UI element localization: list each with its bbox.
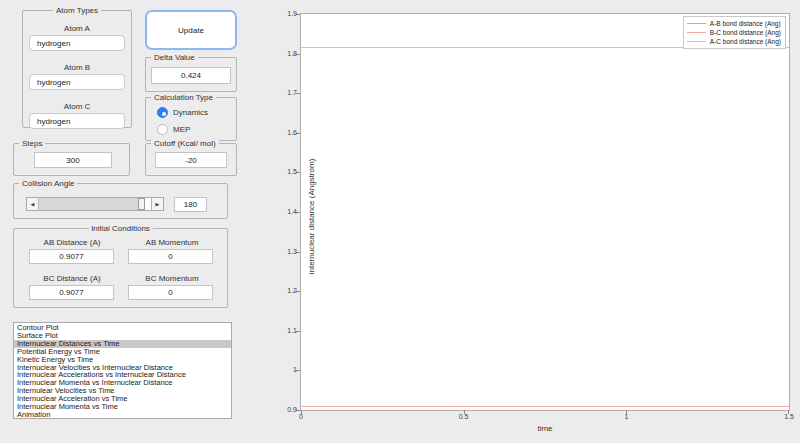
steps-panel: Steps 300: [13, 143, 130, 176]
series-line-2: [301, 406, 789, 407]
bc-distance-label: BC Distance (A): [22, 274, 122, 283]
atom-b-label: Atom B: [29, 63, 125, 72]
delta-value-title: Delta Value: [151, 53, 198, 62]
collision-angle-field[interactable]: 180: [174, 197, 207, 212]
ab-distance-field[interactable]: 0.9077: [29, 249, 114, 264]
y-tick-label: 1.9: [267, 10, 297, 17]
ab-momentum-label: AB Momentum: [122, 238, 222, 247]
ab-distance-label: AB Distance (A): [22, 238, 122, 247]
x-tick-label: 0.5: [449, 413, 479, 420]
collision-angle-slider[interactable]: ◀ ▶: [26, 197, 164, 211]
dynamics-radio-label: Dynamics: [173, 108, 208, 117]
calculation-type-title: Calculation Type: [151, 93, 216, 102]
dropdown-stepper-icon: ▴▾: [110, 116, 122, 126]
initial-conditions-title: Initial Conditions: [88, 224, 153, 233]
y-tick-label: 1.7: [267, 89, 297, 96]
y-tick-label: 1.8: [267, 50, 297, 57]
plot-axes[interactable]: internuclear distance (Angstrom) time A-…: [300, 13, 790, 411]
atom-a-dropdown[interactable]: hydrogen ▴▾: [29, 35, 125, 51]
steps-field[interactable]: 300: [34, 152, 112, 168]
plot-type-listbox[interactable]: Contour PlotSurface PlotInternuclear Dis…: [13, 322, 232, 419]
delta-value-panel: Delta Value 0.424: [145, 57, 237, 92]
legend-line-swatch: [687, 23, 706, 24]
bc-momentum-label: BC Momentum: [122, 274, 222, 283]
atom-a-label: Atom A: [29, 24, 125, 33]
cutoff-field[interactable]: -20: [155, 152, 227, 168]
pes-app-window: Atom Types Atom A hydrogen ▴▾ Atom B hyd…: [0, 0, 800, 443]
plot-legend[interactable]: A-B bond distance (Ang)B-C bond distance…: [683, 16, 786, 49]
initial-conditions-panel: Initial Conditions AB Distance (A) AB Mo…: [13, 228, 228, 308]
ab-momentum-field[interactable]: 0: [128, 249, 213, 264]
atom-a-value: hydrogen: [37, 39, 70, 48]
y-tick-label: 1.3: [267, 248, 297, 255]
cutoff-panel: Cutoff (Kcal/ mol) -20: [145, 143, 237, 176]
y-tick-label: 1.6: [267, 129, 297, 136]
y-tick-label: 1.5: [267, 168, 297, 175]
y-tick-label: 0.9: [267, 406, 297, 413]
atom-types-panel: Atom Types Atom A hydrogen ▴▾ Atom B hyd…: [22, 10, 132, 128]
atom-b-dropdown[interactable]: hydrogen ▴▾: [29, 74, 125, 90]
dropdown-stepper-icon: ▴▾: [110, 38, 122, 48]
mep-radio[interactable]: MEP: [157, 124, 190, 135]
mep-radio-label: MEP: [173, 125, 190, 134]
legend-entry: A-C bond distance (Ang): [687, 37, 781, 46]
y-axis-label: internuclear distance (Angstrom): [307, 18, 316, 416]
slider-right-arrow-icon[interactable]: ▶: [151, 198, 163, 210]
x-axis-label: time: [301, 424, 789, 433]
legend-entry: A-B bond distance (Ang): [687, 19, 781, 28]
radio-unselected-icon: [157, 124, 168, 135]
cutoff-title: Cutoff (Kcal/ mol): [151, 139, 219, 148]
legend-entry: B-C bond distance (Ang): [687, 28, 781, 37]
legend-label: B-C bond distance (Ang): [710, 29, 781, 36]
legend-line-swatch: [687, 32, 706, 33]
dropdown-stepper-icon: ▴▾: [110, 77, 122, 87]
legend-line-swatch: [687, 41, 706, 42]
delta-value-field[interactable]: 0.424: [151, 67, 231, 84]
steps-title: Steps: [19, 139, 45, 148]
x-tick-label: 0: [286, 413, 316, 420]
y-tick-label: 1.2: [267, 287, 297, 294]
update-button[interactable]: Update: [145, 10, 237, 50]
slider-track[interactable]: [39, 198, 151, 210]
legend-label: A-C bond distance (Ang): [710, 38, 781, 45]
atom-c-value: hydrogen: [37, 117, 70, 126]
slider-left-arrow-icon[interactable]: ◀: [27, 198, 39, 210]
x-tick-label: 1.5: [774, 413, 800, 420]
collision-angle-title: Collision Angle: [19, 179, 77, 188]
dynamics-radio[interactable]: Dynamics: [157, 107, 208, 118]
atom-types-title: Atom Types: [53, 6, 101, 15]
legend-label: A-B bond distance (Ang): [710, 20, 781, 27]
slider-thumb[interactable]: [138, 198, 145, 210]
bc-distance-field[interactable]: 0.9077: [29, 285, 114, 300]
slider-fill: [39, 198, 139, 210]
collision-angle-panel: Collision Angle ◀ ▶ 180: [13, 183, 228, 219]
atom-c-label: Atom C: [29, 102, 125, 111]
atom-b-value: hydrogen: [37, 78, 70, 87]
y-tick-label: 1.1: [267, 327, 297, 334]
radio-selected-icon: [157, 107, 168, 118]
list-item[interactable]: Animation: [14, 411, 231, 419]
y-tick-label: 1.4: [267, 208, 297, 215]
x-tick-label: 1: [611, 413, 641, 420]
y-tick-label: 1: [267, 366, 297, 373]
calculation-type-panel: Calculation Type Dynamics MEP: [145, 97, 237, 141]
atom-c-dropdown[interactable]: hydrogen ▴▾: [29, 113, 125, 129]
bc-momentum-field[interactable]: 0: [128, 285, 213, 300]
